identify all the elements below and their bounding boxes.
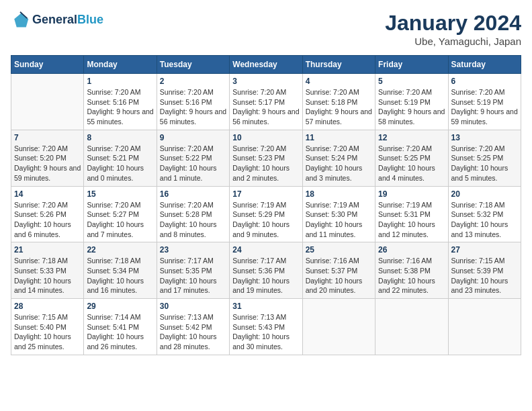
header-wednesday: Wednesday <box>230 56 302 74</box>
day-info: Sunrise: 7:20 AMSunset: 5:25 PMDaylight:… <box>378 144 445 183</box>
day-number: 17 <box>232 189 299 199</box>
day-number: 18 <box>306 189 372 199</box>
day-number: 28 <box>14 302 81 311</box>
week-row-3: 21Sunrise: 7:18 AMSunset: 5:33 PMDayligh… <box>11 242 521 299</box>
header-sunday: Sunday <box>11 56 84 74</box>
day-info: Sunrise: 7:18 AMSunset: 5:32 PMDaylight:… <box>451 200 518 240</box>
day-info: Sunrise: 7:20 AMSunset: 5:19 PMDaylight:… <box>378 87 445 127</box>
day-number: 6 <box>451 77 518 86</box>
calendar-cell: 30Sunrise: 7:13 AMSunset: 5:42 PMDayligh… <box>157 299 229 355</box>
day-info: Sunrise: 7:20 AMSunset: 5:23 PMDaylight:… <box>232 144 299 183</box>
calendar-cell: 5Sunrise: 7:20 AMSunset: 5:19 PMDaylight… <box>375 74 448 130</box>
day-number: 15 <box>87 189 153 199</box>
day-number: 29 <box>87 302 153 311</box>
day-info: Sunrise: 7:20 AMSunset: 5:16 PMDaylight:… <box>160 87 226 127</box>
day-number: 12 <box>378 133 445 142</box>
logo: GeneralBlue <box>11 11 103 30</box>
day-info: Sunrise: 7:17 AMSunset: 5:35 PMDaylight:… <box>160 256 226 295</box>
calendar-cell: 7Sunrise: 7:20 AMSunset: 5:20 PMDaylight… <box>11 130 84 186</box>
calendar-cell: 13Sunrise: 7:20 AMSunset: 5:25 PMDayligh… <box>448 130 521 186</box>
day-info: Sunrise: 7:13 AMSunset: 5:43 PMDaylight:… <box>232 312 299 352</box>
calendar-cell: 12Sunrise: 7:20 AMSunset: 5:25 PMDayligh… <box>375 130 448 186</box>
svg-marker-1 <box>14 13 28 28</box>
day-info: Sunrise: 7:19 AMSunset: 5:30 PMDaylight:… <box>306 200 372 240</box>
calendar-subtitle: Ube, Yamaguchi, Japan <box>385 36 521 47</box>
calendar-cell <box>448 299 521 355</box>
day-number: 30 <box>160 302 226 311</box>
calendar-cell: 4Sunrise: 7:20 AMSunset: 5:18 PMDaylight… <box>302 74 375 130</box>
day-info: Sunrise: 7:13 AMSunset: 5:42 PMDaylight:… <box>160 312 226 352</box>
header-thursday: Thursday <box>302 56 375 74</box>
day-number: 26 <box>378 245 445 255</box>
header-saturday: Saturday <box>448 56 521 74</box>
calendar-cell: 8Sunrise: 7:20 AMSunset: 5:21 PMDaylight… <box>84 130 157 186</box>
day-info: Sunrise: 7:16 AMSunset: 5:37 PMDaylight:… <box>306 256 372 295</box>
logo-text: GeneralBlue <box>32 13 103 27</box>
calendar-cell: 29Sunrise: 7:14 AMSunset: 5:41 PMDayligh… <box>84 299 157 355</box>
header-row: SundayMondayTuesdayWednesdayThursdayFrid… <box>11 56 521 74</box>
calendar-cell <box>11 74 84 130</box>
day-info: Sunrise: 7:15 AMSunset: 5:40 PMDaylight:… <box>14 312 81 352</box>
calendar-cell: 16Sunrise: 7:20 AMSunset: 5:28 PMDayligh… <box>157 186 229 242</box>
calendar-cell: 14Sunrise: 7:20 AMSunset: 5:26 PMDayligh… <box>11 186 84 242</box>
logo-text-block: GeneralBlue <box>32 13 103 27</box>
day-number: 23 <box>160 245 226 255</box>
calendar-cell: 17Sunrise: 7:19 AMSunset: 5:29 PMDayligh… <box>230 186 302 242</box>
day-number: 10 <box>232 133 299 142</box>
calendar-cell: 19Sunrise: 7:19 AMSunset: 5:31 PMDayligh… <box>375 186 448 242</box>
day-number: 8 <box>87 133 153 142</box>
day-info: Sunrise: 7:18 AMSunset: 5:34 PMDaylight:… <box>87 256 153 295</box>
day-info: Sunrise: 7:20 AMSunset: 5:18 PMDaylight:… <box>306 87 372 127</box>
calendar-cell: 3Sunrise: 7:20 AMSunset: 5:17 PMDaylight… <box>230 74 302 130</box>
day-number: 4 <box>306 77 372 86</box>
calendar-cell: 11Sunrise: 7:20 AMSunset: 5:24 PMDayligh… <box>302 130 375 186</box>
day-info: Sunrise: 7:20 AMSunset: 5:24 PMDaylight:… <box>306 144 372 183</box>
day-number: 14 <box>14 189 81 199</box>
calendar-cell: 26Sunrise: 7:16 AMSunset: 5:38 PMDayligh… <box>375 242 448 299</box>
calendar-cell: 6Sunrise: 7:20 AMSunset: 5:19 PMDaylight… <box>448 74 521 130</box>
day-number: 5 <box>378 77 445 86</box>
calendar-cell: 9Sunrise: 7:20 AMSunset: 5:22 PMDaylight… <box>157 130 229 186</box>
calendar-cell: 21Sunrise: 7:18 AMSunset: 5:33 PMDayligh… <box>11 242 84 299</box>
day-info: Sunrise: 7:20 AMSunset: 5:27 PMDaylight:… <box>87 200 153 240</box>
week-row-2: 14Sunrise: 7:20 AMSunset: 5:26 PMDayligh… <box>11 186 521 242</box>
day-number: 27 <box>451 245 518 255</box>
day-info: Sunrise: 7:20 AMSunset: 5:22 PMDaylight:… <box>160 144 226 183</box>
title-block: January 2024 Ube, Yamaguchi, Japan <box>385 11 521 47</box>
day-info: Sunrise: 7:20 AMSunset: 5:19 PMDaylight:… <box>451 87 518 127</box>
calendar-table: SundayMondayTuesdayWednesdayThursdayFrid… <box>11 55 521 355</box>
calendar-cell: 31Sunrise: 7:13 AMSunset: 5:43 PMDayligh… <box>230 299 302 355</box>
day-info: Sunrise: 7:20 AMSunset: 5:28 PMDaylight:… <box>160 200 226 240</box>
day-info: Sunrise: 7:20 AMSunset: 5:16 PMDaylight:… <box>87 87 153 127</box>
calendar-title: January 2024 <box>385 11 521 36</box>
calendar-cell: 22Sunrise: 7:18 AMSunset: 5:34 PMDayligh… <box>84 242 157 299</box>
day-number: 7 <box>14 133 81 142</box>
day-info: Sunrise: 7:15 AMSunset: 5:39 PMDaylight:… <box>451 256 518 295</box>
header-monday: Monday <box>84 56 157 74</box>
calendar-cell: 2Sunrise: 7:20 AMSunset: 5:16 PMDaylight… <box>157 74 229 130</box>
calendar-cell <box>302 299 375 355</box>
day-info: Sunrise: 7:20 AMSunset: 5:26 PMDaylight:… <box>14 200 81 240</box>
calendar-cell: 20Sunrise: 7:18 AMSunset: 5:32 PMDayligh… <box>448 186 521 242</box>
day-info: Sunrise: 7:18 AMSunset: 5:33 PMDaylight:… <box>14 256 81 295</box>
day-number: 21 <box>14 245 81 255</box>
calendar-cell <box>375 299 448 355</box>
logo-icon <box>11 11 30 30</box>
day-number: 22 <box>87 245 153 255</box>
day-number: 11 <box>306 133 372 142</box>
day-info: Sunrise: 7:16 AMSunset: 5:38 PMDaylight:… <box>378 256 445 295</box>
week-row-1: 7Sunrise: 7:20 AMSunset: 5:20 PMDaylight… <box>11 130 521 186</box>
day-number: 20 <box>451 189 518 199</box>
calendar-cell: 24Sunrise: 7:17 AMSunset: 5:36 PMDayligh… <box>230 242 302 299</box>
day-number: 13 <box>451 133 518 142</box>
calendar-cell: 25Sunrise: 7:16 AMSunset: 5:37 PMDayligh… <box>302 242 375 299</box>
day-info: Sunrise: 7:20 AMSunset: 5:25 PMDaylight:… <box>451 144 518 183</box>
day-number: 16 <box>160 189 226 199</box>
day-number: 2 <box>160 77 226 86</box>
day-number: 1 <box>87 77 153 86</box>
week-row-0: 1Sunrise: 7:20 AMSunset: 5:16 PMDaylight… <box>11 74 521 130</box>
day-info: Sunrise: 7:19 AMSunset: 5:29 PMDaylight:… <box>232 200 299 240</box>
calendar-cell: 15Sunrise: 7:20 AMSunset: 5:27 PMDayligh… <box>84 186 157 242</box>
day-number: 25 <box>306 245 372 255</box>
calendar-cell: 18Sunrise: 7:19 AMSunset: 5:30 PMDayligh… <box>302 186 375 242</box>
